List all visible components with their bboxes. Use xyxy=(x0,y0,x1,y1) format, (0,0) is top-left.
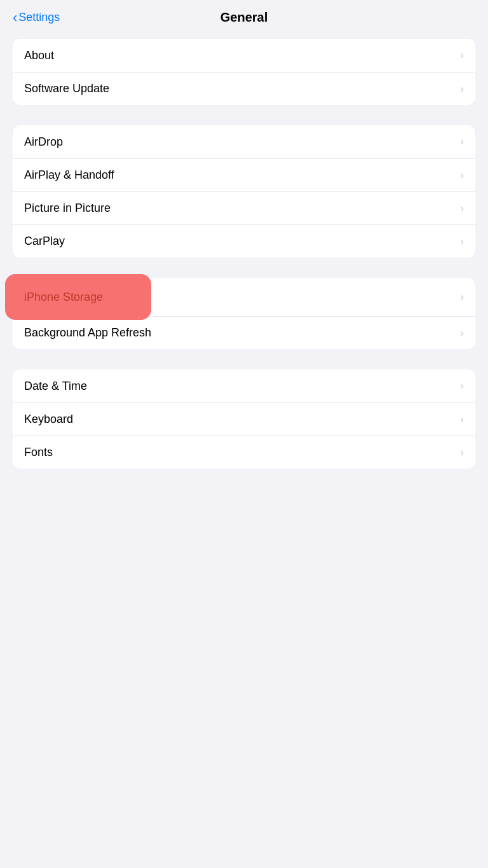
back-chevron-icon: ‹ xyxy=(13,11,17,25)
section-airdrop: AirDrop › AirPlay & Handoff › Picture in… xyxy=(13,125,475,258)
row-background-app-refresh[interactable]: Background App Refresh › xyxy=(13,316,475,349)
keyboard-label: Keyboard xyxy=(24,413,73,426)
airplay-handoff-label: AirPlay & Handoff xyxy=(24,169,114,182)
back-button[interactable]: ‹ Settings xyxy=(13,11,60,25)
section-storage: iPhone Storage › Background App Refresh … xyxy=(13,278,475,349)
about-label: About xyxy=(24,49,54,62)
row-about[interactable]: About › xyxy=(13,39,475,72)
airdrop-label: AirDrop xyxy=(24,135,63,149)
section-about: About › Software Update › xyxy=(13,39,475,105)
date-time-label: Date & Time xyxy=(24,380,87,393)
airplay-handoff-chevron-icon: › xyxy=(460,169,464,182)
nav-bar: ‹ Settings General xyxy=(0,0,488,32)
fonts-chevron-icon: › xyxy=(460,446,464,459)
row-airplay-handoff[interactable]: AirPlay & Handoff › xyxy=(13,158,475,191)
section-datetime: Date & Time › Keyboard › Fonts › xyxy=(13,369,475,469)
page-title: General xyxy=(220,10,268,25)
picture-in-picture-chevron-icon: › xyxy=(460,202,464,215)
back-label: Settings xyxy=(18,11,60,24)
software-update-chevron-icon: › xyxy=(460,83,464,95)
keyboard-chevron-icon: › xyxy=(460,413,464,426)
row-iphone-storage[interactable]: iPhone Storage › xyxy=(13,278,475,316)
software-update-label: Software Update xyxy=(24,82,109,95)
row-carplay[interactable]: CarPlay › xyxy=(13,224,475,258)
row-fonts[interactable]: Fonts › xyxy=(13,436,475,469)
background-app-refresh-chevron-icon: › xyxy=(460,327,464,340)
row-picture-in-picture[interactable]: Picture in Picture › xyxy=(13,191,475,224)
picture-in-picture-label: Picture in Picture xyxy=(24,202,111,215)
row-keyboard[interactable]: Keyboard › xyxy=(13,403,475,436)
row-date-time[interactable]: Date & Time › xyxy=(13,369,475,403)
carplay-chevron-icon: › xyxy=(460,235,464,248)
row-software-update[interactable]: Software Update › xyxy=(13,72,475,105)
fonts-label: Fonts xyxy=(24,446,53,459)
about-chevron-icon: › xyxy=(460,49,464,62)
airdrop-chevron-icon: › xyxy=(460,135,464,148)
carplay-label: CarPlay xyxy=(24,235,65,248)
row-airdrop[interactable]: AirDrop › xyxy=(13,125,475,158)
iphone-storage-label: iPhone Storage xyxy=(24,291,103,304)
date-time-chevron-icon: › xyxy=(460,380,464,392)
iphone-storage-chevron-icon: › xyxy=(460,291,464,303)
content-area: About › Software Update › AirDrop › AirP… xyxy=(0,32,488,495)
background-app-refresh-label: Background App Refresh xyxy=(24,326,151,340)
